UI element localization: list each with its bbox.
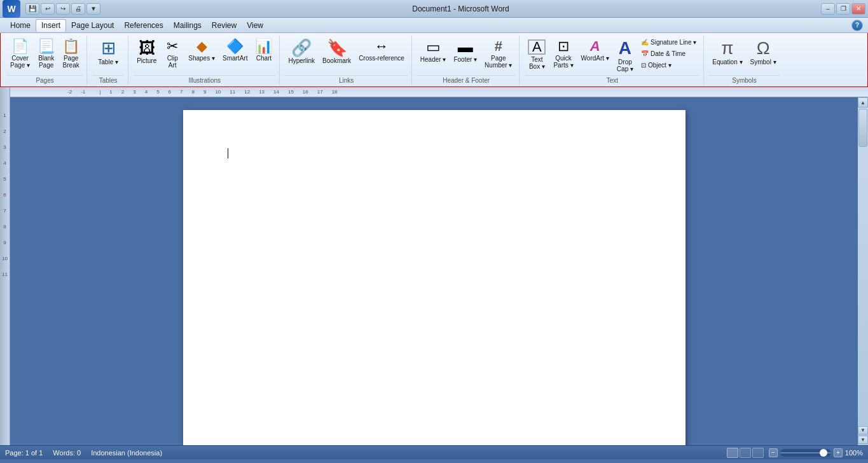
zoom-thumb[interactable] — [820, 449, 827, 457]
zoom-out-button[interactable]: − — [769, 448, 778, 457]
tables-buttons: ⊞ Table ▾ — [92, 37, 124, 75]
bookmark-button[interactable]: 🔖 Bookmark — [319, 37, 354, 67]
zoom-in-button[interactable]: + — [834, 448, 843, 457]
page-number-button[interactable]: # PageNumber ▾ — [481, 37, 515, 71]
chart-button[interactable]: 📊 Chart — [252, 37, 275, 64]
picture-label: Picture — [137, 57, 156, 64]
footer-button[interactable]: ▬ Footer ▾ — [450, 37, 480, 66]
ribbon-group-header-footer: ▭ Header ▾ ▬ Footer ▾ # PageNumber ▾ Hea… — [413, 36, 520, 85]
view-buttons — [727, 448, 764, 458]
view-web-layout[interactable] — [752, 448, 764, 458]
text-box-button[interactable]: A TextBox ▾ — [525, 37, 549, 73]
blank-page-button[interactable]: 📃 BlankPage — [34, 37, 58, 71]
document-scroll-area[interactable] — [10, 97, 858, 445]
cover-page-button[interactable]: 📄 CoverPage ▾ — [7, 37, 33, 71]
text-cursor — [228, 148, 228, 158]
text-box-icon: A — [528, 39, 546, 55]
view-full-screen[interactable] — [740, 448, 751, 458]
scrollbar-right: ▲ ▼ ▼ — [858, 97, 868, 445]
menu-mailings[interactable]: Mailings — [169, 20, 207, 31]
title-bar-title: Document1 - Microsoft Word — [100, 4, 821, 13]
qa-print[interactable]: 🖨 — [71, 3, 85, 15]
ruler-mark-7: 7 — [3, 208, 6, 214]
header-footer-group-label: Header & Footer — [417, 75, 516, 84]
wordart-label: WordArt ▾ — [581, 55, 609, 62]
cross-reference-icon: ↔ — [375, 39, 389, 53]
table-icon: ⊞ — [101, 39, 116, 57]
scroll-down2-button[interactable]: ▼ — [858, 436, 868, 444]
qa-undo[interactable]: ↩ — [41, 3, 55, 15]
qa-redo[interactable]: ↪ — [56, 3, 70, 15]
object-label: Object ▾ — [648, 62, 672, 69]
table-button[interactable]: ⊞ Table ▾ — [92, 37, 124, 68]
chart-icon: 📊 — [255, 39, 272, 53]
quick-parts-button[interactable]: ⊡ QuickParts ▾ — [550, 37, 576, 71]
menu-review[interactable]: Review — [207, 20, 242, 31]
ruler-mark-3: 3 — [3, 144, 6, 150]
menu-references[interactable]: References — [119, 20, 168, 31]
blank-page-label: BlankPage — [38, 55, 54, 69]
text-group-label: Text — [525, 75, 699, 84]
signature-line-button[interactable]: ✍ Signature Line ▾ — [638, 37, 699, 48]
wordart-button[interactable]: A WordArt ▾ — [578, 37, 612, 64]
minimize-button[interactable]: – — [821, 3, 835, 15]
symbols-buttons: π Equation ▾ Ω Symbol ▾ — [709, 37, 779, 75]
clip-art-icon: ✂ — [167, 39, 178, 53]
bookmark-icon: 🔖 — [327, 39, 347, 56]
picture-icon: 🖼 — [139, 39, 155, 56]
illustrations-buttons: 🖼 Picture ✂ ClipArt ◆ Shapes ▾ 🔷 SmartAr… — [134, 37, 275, 75]
wordart-icon: A — [590, 39, 600, 53]
equation-button[interactable]: π Equation ▾ — [709, 37, 745, 68]
cross-reference-button[interactable]: ↔ Cross-reference — [355, 37, 408, 64]
help-button[interactable]: ? — [851, 20, 863, 31]
illustrations-group-label: Illustrations — [134, 75, 275, 84]
zoom-slider[interactable] — [780, 449, 831, 457]
picture-button[interactable]: 🖼 Picture — [134, 37, 160, 67]
drop-cap-button[interactable]: A DropCap ▾ — [614, 37, 637, 75]
text-small-buttons: ✍ Signature Line ▾ 📅 Date & Time ⊡ Objec… — [638, 37, 699, 71]
clip-art-button[interactable]: ✂ ClipArt — [161, 37, 184, 71]
close-button[interactable]: ✕ — [851, 3, 865, 15]
document-page[interactable] — [183, 110, 685, 445]
qa-more[interactable]: ▼ — [86, 3, 100, 15]
scroll-up-button[interactable]: ▲ — [858, 97, 868, 107]
window-controls: – ❐ ✕ — [821, 3, 865, 15]
shapes-button[interactable]: ◆ Shapes ▾ — [185, 37, 218, 64]
ruler-mark-6: 6 — [3, 192, 6, 198]
title-bar-left: W 💾 ↩ ↪ 🖨 ▼ — [3, 0, 100, 18]
ribbon-group-illustrations: 🖼 Picture ✂ ClipArt ◆ Shapes ▾ 🔷 SmartAr… — [130, 36, 280, 85]
status-right: − + 100% — [727, 448, 863, 458]
menu-view[interactable]: View — [242, 20, 268, 31]
hyperlink-label: Hyperlink — [288, 57, 315, 64]
symbol-button[interactable]: Ω Symbol ▾ — [747, 37, 780, 68]
header-button[interactable]: ▭ Header ▾ — [417, 37, 450, 66]
menu-insert[interactable]: Insert — [36, 19, 66, 32]
chart-label: Chart — [256, 55, 272, 62]
ruler-top: -2 -1 | 1 2 3 4 5 6 7 8 9 10 11 12 13 14… — [10, 87, 868, 97]
scroll-down-button[interactable]: ▼ — [858, 426, 868, 434]
ruler-mark-11: 11 — [2, 272, 8, 277]
text-buttons: A TextBox ▾ ⊡ QuickParts ▾ A WordArt ▾ A… — [525, 37, 699, 75]
zoom-controls: − + 100% — [769, 448, 863, 457]
header-label: Header ▾ — [420, 56, 446, 63]
hyperlink-button[interactable]: 🔗 Hyperlink — [285, 37, 318, 67]
scroll-thumb[interactable] — [858, 109, 867, 147]
ruler-mark-8: 8 — [3, 224, 6, 230]
text-box-label: TextBox ▾ — [529, 56, 545, 70]
object-button[interactable]: ⊡ Object ▾ — [638, 60, 699, 71]
ruler-mark-10: 10 — [2, 256, 8, 261]
date-time-button[interactable]: 📅 Date & Time — [638, 48, 699, 59]
page-break-button[interactable]: 📋 PageBreak — [59, 37, 83, 71]
menu-page-layout[interactable]: Page Layout — [66, 20, 119, 31]
view-print-layout[interactable] — [727, 448, 738, 458]
restore-button[interactable]: ❐ — [836, 3, 850, 15]
doc-main: -2 -1 | 1 2 3 4 5 6 7 8 9 10 11 12 13 14… — [10, 87, 868, 445]
signature-line-label: Signature Line ▾ — [651, 39, 696, 46]
smartart-button[interactable]: 🔷 SmartArt — [219, 37, 251, 64]
qa-save[interactable]: 💾 — [25, 3, 39, 15]
table-label: Table ▾ — [98, 59, 118, 66]
links-buttons: 🔗 Hyperlink 🔖 Bookmark ↔ Cross-reference — [285, 37, 407, 75]
shapes-label: Shapes ▾ — [188, 55, 215, 62]
menu-bar: Home Insert Page Layout References Maili… — [0, 18, 868, 33]
menu-home[interactable]: Home — [5, 20, 36, 31]
